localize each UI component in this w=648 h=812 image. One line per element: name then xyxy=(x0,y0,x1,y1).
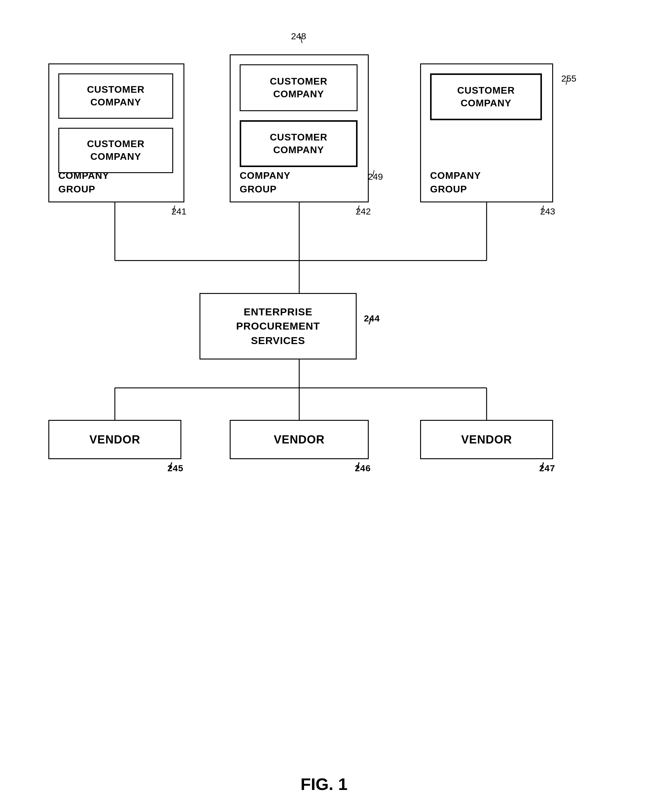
company-group-242: 248 / CUSTOMERCOMPANY CUSTOMERCOMPANY 24… xyxy=(230,54,369,202)
group-label-242: COMPANYGROUP xyxy=(240,169,290,196)
group-label-243: COMPANYGROUP xyxy=(430,169,481,196)
group-label-241: COMPANYGROUP xyxy=(58,169,109,196)
vendor-box-2: VENDOR 246 \ xyxy=(230,420,369,459)
customer-box-1: CUSTOMERCOMPANY xyxy=(58,73,173,119)
eps-box: ENTERPRISEPROCUREMENTSERVICES 244 \ xyxy=(199,293,357,359)
diagram-container: CUSTOMERCOMPANY CUSTOMERCOMPANY COMPANYG… xyxy=(24,24,624,752)
vendor-box-3: VENDOR 247 \ xyxy=(420,420,553,459)
customer-box-4: CUSTOMERCOMPANY xyxy=(240,120,358,167)
vendor-box-1: VENDOR 245 \ xyxy=(48,420,181,459)
company-group-241: CUSTOMERCOMPANY CUSTOMERCOMPANY COMPANYG… xyxy=(48,63,184,202)
customer-box-3: CUSTOMERCOMPANY xyxy=(240,64,358,111)
figure-label: FIG. 1 xyxy=(300,774,348,794)
company-group-243: 255 \ CUSTOMERCOMPANY COMPANYGROUP 243 \ xyxy=(420,63,553,202)
customer-box-5: CUSTOMERCOMPANY xyxy=(430,73,542,120)
customer-box-2: CUSTOMERCOMPANY xyxy=(58,128,173,173)
